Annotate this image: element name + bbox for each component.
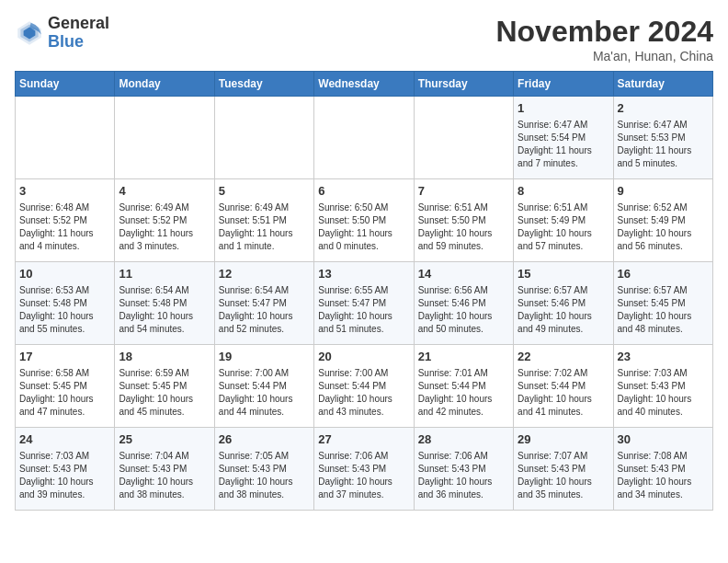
day-number: 11 <box>119 266 210 282</box>
day-number: 18 <box>119 349 210 365</box>
header-monday: Monday <box>115 72 214 97</box>
logo-line1: General <box>48 15 109 33</box>
header-wednesday: Wednesday <box>314 72 414 97</box>
day-number: 10 <box>19 266 110 282</box>
week-row-3: 10Sunrise: 6:53 AM Sunset: 5:48 PM Dayli… <box>16 262 713 345</box>
day-cell: 12Sunrise: 6:54 AM Sunset: 5:47 PM Dayli… <box>214 262 313 345</box>
day-info: Sunrise: 6:57 AM Sunset: 5:45 PM Dayligh… <box>618 284 709 336</box>
day-cell: 21Sunrise: 7:01 AM Sunset: 5:44 PM Dayli… <box>414 345 513 428</box>
day-cell: 3Sunrise: 6:48 AM Sunset: 5:52 PM Daylig… <box>16 179 115 262</box>
day-number: 13 <box>318 266 409 282</box>
day-cell <box>115 97 214 179</box>
day-cell <box>16 97 115 179</box>
day-cell: 9Sunrise: 6:52 AM Sunset: 5:49 PM Daylig… <box>613 179 712 262</box>
day-number: 26 <box>219 431 310 448</box>
day-number: 9 <box>618 183 709 200</box>
day-number: 8 <box>518 183 609 200</box>
day-cell: 7Sunrise: 6:51 AM Sunset: 5:50 PM Daylig… <box>414 179 513 262</box>
day-cell: 24Sunrise: 7:03 AM Sunset: 5:43 PM Dayli… <box>16 428 115 511</box>
day-cell: 19Sunrise: 7:00 AM Sunset: 5:44 PM Dayli… <box>214 345 313 428</box>
day-info: Sunrise: 6:47 AM Sunset: 5:53 PM Dayligh… <box>618 119 709 170</box>
day-cell: 22Sunrise: 7:02 AM Sunset: 5:44 PM Dayli… <box>514 345 613 428</box>
day-cell: 1Sunrise: 6:47 AM Sunset: 5:54 PM Daylig… <box>514 97 613 179</box>
title-block: November 2024 Ma'an, Hunan, China <box>495 15 713 63</box>
day-number: 29 <box>518 431 609 448</box>
day-number: 17 <box>19 349 110 365</box>
day-info: Sunrise: 7:08 AM Sunset: 5:43 PM Dayligh… <box>618 450 709 501</box>
calendar-table: SundayMondayTuesdayWednesdayThursdayFrid… <box>15 71 713 511</box>
day-number: 4 <box>119 183 210 200</box>
week-row-2: 3Sunrise: 6:48 AM Sunset: 5:52 PM Daylig… <box>16 179 713 262</box>
day-number: 23 <box>618 349 709 365</box>
day-cell: 18Sunrise: 6:59 AM Sunset: 5:45 PM Dayli… <box>115 345 214 428</box>
day-cell <box>314 97 414 179</box>
day-info: Sunrise: 7:06 AM Sunset: 5:43 PM Dayligh… <box>318 450 409 501</box>
day-cell: 26Sunrise: 7:05 AM Sunset: 5:43 PM Dayli… <box>214 428 313 511</box>
day-number: 16 <box>618 266 709 282</box>
day-number: 2 <box>618 100 709 117</box>
day-number: 20 <box>318 349 409 365</box>
day-cell: 4Sunrise: 6:49 AM Sunset: 5:52 PM Daylig… <box>115 179 214 262</box>
day-cell <box>414 97 513 179</box>
day-cell: 11Sunrise: 6:54 AM Sunset: 5:48 PM Dayli… <box>115 262 214 345</box>
day-cell: 15Sunrise: 6:57 AM Sunset: 5:46 PM Dayli… <box>514 262 613 345</box>
day-number: 6 <box>318 183 409 200</box>
day-info: Sunrise: 7:05 AM Sunset: 5:43 PM Dayligh… <box>219 450 310 501</box>
calendar-header-row: SundayMondayTuesdayWednesdayThursdayFrid… <box>16 72 713 97</box>
location: Ma'an, Hunan, China <box>495 49 713 63</box>
day-info: Sunrise: 7:02 AM Sunset: 5:44 PM Dayligh… <box>518 367 609 419</box>
day-number: 5 <box>219 183 310 200</box>
logo: General Blue <box>15 15 109 52</box>
day-number: 28 <box>418 431 509 448</box>
day-info: Sunrise: 6:53 AM Sunset: 5:48 PM Dayligh… <box>19 284 110 336</box>
day-cell: 27Sunrise: 7:06 AM Sunset: 5:43 PM Dayli… <box>314 428 414 511</box>
day-info: Sunrise: 6:57 AM Sunset: 5:46 PM Dayligh… <box>518 284 609 336</box>
day-cell: 14Sunrise: 6:56 AM Sunset: 5:46 PM Dayli… <box>414 262 513 345</box>
header-friday: Friday <box>514 72 613 97</box>
day-number: 21 <box>418 349 509 365</box>
day-number: 12 <box>219 266 310 282</box>
day-info: Sunrise: 6:50 AM Sunset: 5:50 PM Dayligh… <box>318 201 409 253</box>
logo-text: General Blue <box>48 15 109 52</box>
header-thursday: Thursday <box>414 72 513 97</box>
day-info: Sunrise: 7:07 AM Sunset: 5:43 PM Dayligh… <box>518 450 609 501</box>
day-number: 14 <box>418 266 509 282</box>
day-number: 15 <box>518 266 609 282</box>
page-header: General Blue November 2024 Ma'an, Hunan,… <box>15 15 713 63</box>
day-cell: 23Sunrise: 7:03 AM Sunset: 5:43 PM Dayli… <box>613 345 712 428</box>
day-cell: 13Sunrise: 6:55 AM Sunset: 5:47 PM Dayli… <box>314 262 414 345</box>
day-cell: 8Sunrise: 6:51 AM Sunset: 5:49 PM Daylig… <box>514 179 613 262</box>
header-sunday: Sunday <box>16 72 115 97</box>
day-number: 1 <box>518 100 609 117</box>
week-row-4: 17Sunrise: 6:58 AM Sunset: 5:45 PM Dayli… <box>16 345 713 428</box>
day-cell: 17Sunrise: 6:58 AM Sunset: 5:45 PM Dayli… <box>16 345 115 428</box>
day-cell: 2Sunrise: 6:47 AM Sunset: 5:53 PM Daylig… <box>613 97 712 179</box>
day-info: Sunrise: 6:51 AM Sunset: 5:50 PM Dayligh… <box>418 201 509 253</box>
day-info: Sunrise: 6:52 AM Sunset: 5:49 PM Dayligh… <box>618 201 709 253</box>
logo-line2: Blue <box>48 33 109 52</box>
day-number: 3 <box>19 183 110 200</box>
day-cell: 28Sunrise: 7:06 AM Sunset: 5:43 PM Dayli… <box>414 428 513 511</box>
day-info: Sunrise: 7:03 AM Sunset: 5:43 PM Dayligh… <box>19 450 110 501</box>
day-cell <box>214 97 313 179</box>
day-cell: 16Sunrise: 6:57 AM Sunset: 5:45 PM Dayli… <box>613 262 712 345</box>
day-info: Sunrise: 6:54 AM Sunset: 5:48 PM Dayligh… <box>119 284 210 336</box>
day-info: Sunrise: 6:48 AM Sunset: 5:52 PM Dayligh… <box>19 201 110 253</box>
day-number: 24 <box>19 431 110 448</box>
day-info: Sunrise: 7:00 AM Sunset: 5:44 PM Dayligh… <box>318 367 409 419</box>
month-title: November 2024 <box>495 15 713 49</box>
day-number: 7 <box>418 183 509 200</box>
day-cell: 30Sunrise: 7:08 AM Sunset: 5:43 PM Dayli… <box>613 428 712 511</box>
day-info: Sunrise: 6:49 AM Sunset: 5:52 PM Dayligh… <box>119 201 210 253</box>
day-info: Sunrise: 6:58 AM Sunset: 5:45 PM Dayligh… <box>19 367 110 419</box>
day-number: 22 <box>518 349 609 365</box>
day-cell: 5Sunrise: 6:49 AM Sunset: 5:51 PM Daylig… <box>214 179 313 262</box>
day-number: 27 <box>318 431 409 448</box>
day-info: Sunrise: 6:51 AM Sunset: 5:49 PM Dayligh… <box>518 201 609 253</box>
day-info: Sunrise: 7:03 AM Sunset: 5:43 PM Dayligh… <box>618 367 709 419</box>
day-info: Sunrise: 7:01 AM Sunset: 5:44 PM Dayligh… <box>418 367 509 419</box>
logo-icon <box>15 18 44 48</box>
header-tuesday: Tuesday <box>214 72 313 97</box>
day-number: 30 <box>618 431 709 448</box>
day-info: Sunrise: 6:47 AM Sunset: 5:54 PM Dayligh… <box>518 119 609 170</box>
